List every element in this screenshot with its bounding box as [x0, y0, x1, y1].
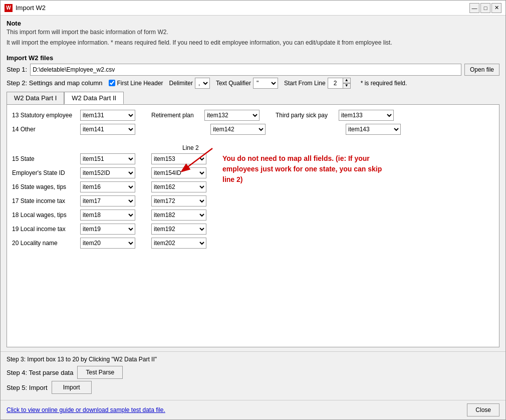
- guide-link[interactable]: Click to view online guide or download s…: [7, 406, 165, 413]
- import-button[interactable]: Import: [52, 381, 92, 394]
- minimize-button[interactable]: —: [469, 3, 479, 13]
- select-172[interactable]: item172: [151, 195, 206, 206]
- tabs-wrapper: W2 Data Part I W2 Data Part II 13 Statut…: [7, 92, 499, 347]
- file-path-input[interactable]: [30, 64, 461, 76]
- select-132[interactable]: item132: [204, 110, 260, 121]
- select-192[interactable]: item192: [151, 224, 206, 235]
- qualifier-label: Text Qualifier: [216, 80, 251, 87]
- first-line-header-text: First Line Header: [117, 80, 163, 87]
- select-154id[interactable]: item154ID: [151, 167, 206, 178]
- step1-label: Step 1:: [7, 66, 27, 73]
- select-20[interactable]: item20: [80, 238, 135, 249]
- test-parse-button[interactable]: Test Parse: [77, 366, 123, 379]
- main-window: W Import W2 — □ ✕ Note This import form …: [0, 0, 506, 420]
- app-icon: W: [5, 4, 13, 12]
- step5-row: Step 5: Import Import: [7, 381, 499, 394]
- line2-label-container: Line 2: [182, 144, 494, 151]
- tab-content-part2: 13 Statutory employee item131 Retirement…: [7, 104, 499, 347]
- bottom-section: Step 3: Import box 13 to 20 by Clicking …: [1, 351, 505, 400]
- spinbox-buttons: ▲ ▼: [343, 78, 351, 89]
- import-section-title: Import W2 files: [7, 54, 499, 62]
- startline-group: Start From Line ▲ ▼: [284, 78, 351, 89]
- startline-input[interactable]: [328, 78, 343, 89]
- row-14: 14 Other item141 item142 item143: [12, 124, 494, 135]
- row15-container: 15 State item151 item153: [12, 153, 494, 164]
- title-bar: W Import W2 — □ ✕: [1, 1, 505, 16]
- label-thirdparty: Third party sick pay: [276, 112, 336, 119]
- select-17[interactable]: item17: [80, 195, 135, 206]
- select-18[interactable]: item18: [80, 209, 135, 221]
- select-142[interactable]: item142: [210, 124, 266, 135]
- maximize-button[interactable]: □: [480, 3, 490, 13]
- label-15: 15 State: [12, 155, 77, 162]
- label-19: 19 Local income tax: [12, 226, 77, 233]
- row-17: 17 State income tax item17 item172: [12, 195, 494, 206]
- step3-text: Step 3: Import box 13 to 20 by Clicking …: [7, 356, 499, 363]
- tabs-bar: W2 Data Part I W2 Data Part II: [7, 92, 499, 104]
- main-content: Note This import form will import the ba…: [1, 16, 505, 351]
- tab-part1[interactable]: W2 Data Part I: [7, 92, 64, 104]
- tab-part2[interactable]: W2 Data Part II: [64, 92, 124, 104]
- line2-label: Line 2: [182, 144, 199, 151]
- note-section: Note This import form will import the ba…: [7, 20, 499, 47]
- label-13: 13 Statutory employee: [12, 112, 77, 119]
- select-162[interactable]: item162: [151, 181, 206, 192]
- note-title: Note: [7, 20, 499, 27]
- open-file-button[interactable]: Open file: [464, 64, 499, 76]
- window-title: Import W2: [16, 4, 466, 12]
- close-window-button[interactable]: ✕: [491, 3, 501, 13]
- label-18: 18 Local wages, tips: [12, 212, 77, 219]
- select-152id[interactable]: item152ID: [80, 167, 135, 178]
- select-141[interactable]: item141: [80, 124, 135, 135]
- first-line-header-label[interactable]: First Line Header: [109, 80, 163, 87]
- step5-label: Step 5: Import: [7, 384, 48, 391]
- step4-label: Step 4: Test parse data: [7, 369, 73, 376]
- label-17: 17 State income tax: [12, 197, 77, 204]
- row-19: 19 Local income tax item19 item192: [12, 224, 494, 235]
- row-18: 18 Local wages, tips item18 item182: [12, 209, 494, 221]
- step2-label: Step 2: Settings and map column: [7, 79, 103, 87]
- delimiter-group: Delimiter ,: [169, 78, 210, 89]
- annotation-text: You do not need to map all fields. (ie: …: [222, 153, 383, 185]
- first-line-header-checkbox[interactable]: [109, 80, 115, 86]
- startline-spinbox: ▲ ▼: [328, 78, 351, 89]
- select-202[interactable]: item202: [151, 238, 206, 249]
- step2-row: Step 2: Settings and map column First Li…: [7, 78, 499, 89]
- select-131[interactable]: item131: [80, 110, 135, 121]
- spinbox-down[interactable]: ▼: [343, 83, 351, 89]
- select-182[interactable]: item182: [151, 209, 206, 221]
- note-line2: It will import the employee information.…: [7, 39, 499, 47]
- required-note: * is required field.: [361, 80, 407, 87]
- spinbox-up[interactable]: ▲: [343, 78, 351, 83]
- step4-row: Step 4: Test parse data Test Parse: [7, 366, 499, 379]
- delimiter-label: Delimiter: [169, 80, 193, 87]
- select-151[interactable]: item151: [80, 153, 135, 164]
- row-20: 20 Locality name item20 item202: [12, 238, 494, 249]
- select-16[interactable]: item16: [80, 181, 135, 192]
- label-16: 16 State wages, tips: [12, 183, 77, 190]
- select-19[interactable]: item19: [80, 224, 135, 235]
- row-13: 13 Statutory employee item131 Retirement…: [12, 110, 494, 121]
- close-button[interactable]: Close: [467, 403, 499, 416]
- select-153[interactable]: item153: [151, 153, 206, 164]
- note-line1: This import form will import the basic i…: [7, 28, 499, 37]
- footer: Click to view online guide or download s…: [1, 400, 505, 419]
- label-empid: Employer's State ID: [12, 169, 77, 176]
- separator: [12, 138, 494, 144]
- delimiter-select[interactable]: ,: [195, 78, 210, 89]
- select-133[interactable]: item133: [339, 110, 394, 121]
- label-20: 20 Locality name: [12, 240, 77, 247]
- window-controls: — □ ✕: [469, 3, 501, 13]
- label-14: 14 Other: [12, 126, 77, 133]
- qualifier-select[interactable]: ": [253, 78, 278, 89]
- select-143[interactable]: item143: [346, 124, 401, 135]
- startline-label: Start From Line: [284, 80, 326, 87]
- step1-row: Step 1: Open file: [7, 64, 499, 76]
- qualifier-group: Text Qualifier ": [216, 78, 278, 89]
- label-retirement: Retirement plan: [151, 112, 201, 119]
